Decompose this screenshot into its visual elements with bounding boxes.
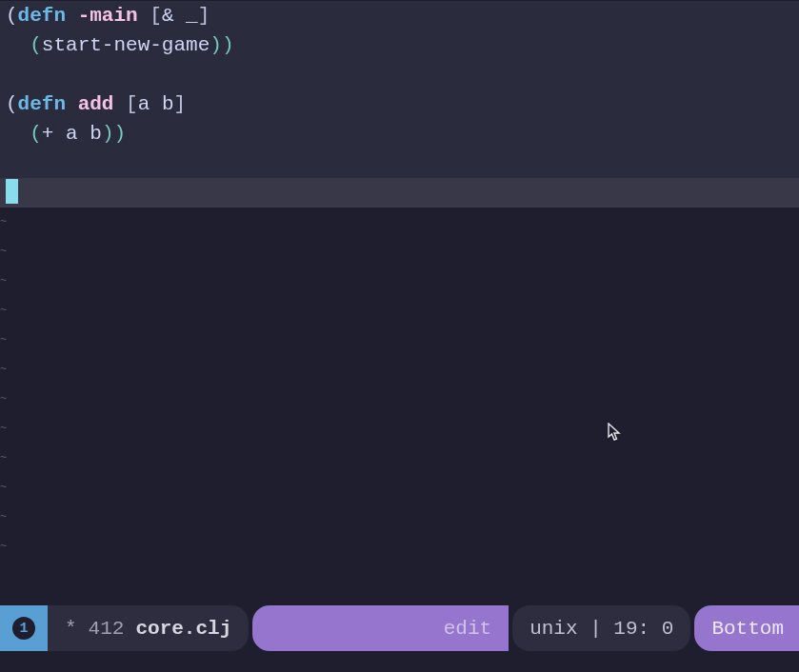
code-token: ( bbox=[6, 93, 18, 115]
code-token bbox=[150, 93, 162, 115]
code-token: & bbox=[162, 5, 174, 27]
code-token: ] bbox=[174, 93, 187, 115]
modified-indicator: * bbox=[65, 618, 77, 640]
code-token: ] bbox=[198, 5, 210, 27]
empty-line-tilde: ~ bbox=[0, 532, 799, 562]
editor-mode: edit bbox=[444, 618, 491, 640]
code-token: ( bbox=[6, 5, 18, 27]
code-token: ) bbox=[102, 123, 114, 145]
code-line[interactable]: (defn -main [& _] bbox=[0, 1, 799, 30]
code-token: [ bbox=[126, 93, 138, 115]
editor-area[interactable]: (defn -main [& _] (start-new-game))(defn… bbox=[0, 0, 799, 605]
window-badge[interactable]: 1 bbox=[0, 605, 48, 651]
empty-line-tilde: ~ bbox=[0, 414, 799, 444]
code-token: ) bbox=[113, 123, 126, 145]
code-line[interactable]: (+ a b)) bbox=[0, 119, 799, 148]
empty-line-tilde: ~ bbox=[0, 326, 799, 355]
code-token: defn bbox=[18, 5, 66, 27]
code-token bbox=[173, 5, 186, 27]
position-pill: Bottom bbox=[694, 605, 799, 651]
code-line[interactable]: (start-new-game)) bbox=[0, 30, 799, 60]
code-token: start-new-game bbox=[42, 34, 210, 56]
code-token bbox=[113, 93, 126, 115]
code-token: a bbox=[66, 123, 78, 145]
code-token bbox=[53, 123, 66, 145]
code-line[interactable] bbox=[0, 148, 799, 178]
code-token: b bbox=[90, 123, 102, 145]
code-token: -main bbox=[78, 5, 138, 27]
empty-line-tilde: ~ bbox=[0, 355, 799, 385]
empty-line-tilde: ~ bbox=[0, 208, 799, 237]
encoding-text: unix | 19: 0 bbox=[529, 618, 673, 640]
empty-line-tilde: ~ bbox=[0, 237, 799, 267]
code-line[interactable]: (defn add [a b] bbox=[0, 89, 799, 119]
code-token bbox=[66, 5, 78, 27]
code-token: ) bbox=[222, 34, 234, 56]
code-token: b bbox=[162, 93, 174, 115]
buffer-number: 412 bbox=[89, 618, 125, 640]
file-name: core.clj bbox=[135, 618, 231, 640]
statusline-mid: edit bbox=[252, 605, 509, 651]
code-token: [ bbox=[150, 5, 162, 27]
file-pill[interactable]: * 412 core.clj bbox=[48, 605, 249, 651]
empty-line-tilde: ~ bbox=[0, 385, 799, 414]
empty-line-tilde: ~ bbox=[0, 444, 799, 473]
empty-line-tilde: ~ bbox=[0, 473, 799, 503]
code-token: ( bbox=[30, 123, 42, 145]
statusline: 1 * 412 core.clj edit unix | 19: 0 Botto… bbox=[0, 605, 799, 651]
cursor-line[interactable] bbox=[0, 178, 799, 208]
position-text: Bottom bbox=[711, 618, 784, 640]
code-token: defn bbox=[18, 93, 66, 115]
text-cursor bbox=[6, 179, 18, 204]
code-token: add bbox=[78, 93, 114, 115]
code-line[interactable] bbox=[0, 60, 799, 89]
code-token bbox=[66, 93, 78, 115]
code-token: ) bbox=[210, 34, 222, 56]
code-token bbox=[138, 5, 150, 27]
window-number: 1 bbox=[12, 617, 35, 640]
code-content: (defn -main [& _] (start-new-game))(defn… bbox=[0, 0, 799, 562]
code-token: a bbox=[138, 93, 150, 115]
empty-line-tilde: ~ bbox=[0, 267, 799, 296]
code-token: + bbox=[42, 123, 54, 145]
code-token bbox=[78, 123, 90, 145]
empty-line-tilde: ~ bbox=[0, 296, 799, 326]
encoding-pill: unix | 19: 0 bbox=[512, 605, 690, 651]
code-token: ( bbox=[30, 34, 42, 56]
code-token: _ bbox=[186, 5, 198, 27]
empty-line-tilde: ~ bbox=[0, 503, 799, 532]
